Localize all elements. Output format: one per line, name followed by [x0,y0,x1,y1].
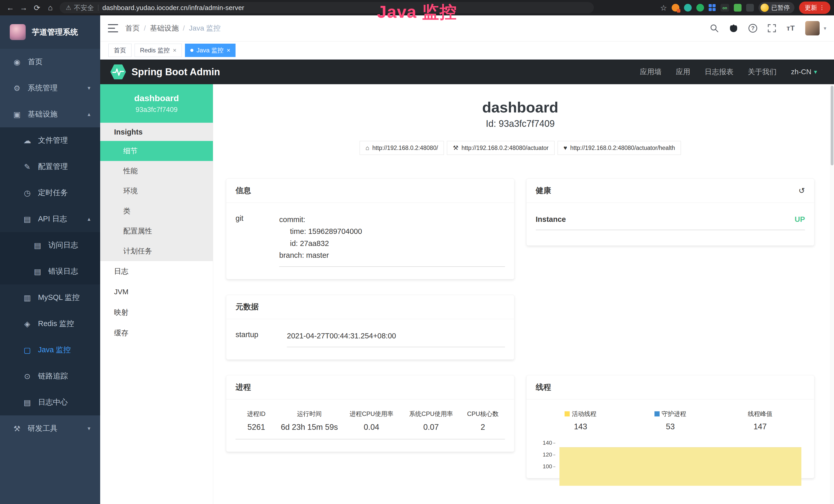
sba-nav-journal[interactable]: 日志报表 [705,67,733,77]
sba-nav-applications[interactable]: 应用 [676,67,690,77]
close-icon[interactable]: × [173,47,176,54]
close-icon[interactable]: × [226,47,230,54]
metric-value: 6d 23h 15m 59s [277,422,342,432]
sidebar-item-infrastructure[interactable]: ▣ 基础设施 ▴ [0,101,100,127]
search-icon[interactable] [710,24,719,32]
sidebar-item-dev-tools[interactable]: ⚒ 研发工具 ▾ [0,415,100,442]
hamburger-icon[interactable] [108,24,118,32]
font-size-icon[interactable]: тT [787,24,795,32]
heart-icon: ♥ [564,144,567,152]
sba-nav-logs[interactable]: 日志 [100,261,213,282]
profile-avatar [761,4,769,12]
sba-nav-about[interactable]: 关于我们 [748,67,777,77]
threads-card: 线程 活动线程 143 [526,375,815,478]
bookmark-star-icon[interactable]: ☆ [660,3,667,12]
info-key: git [236,214,279,267]
avatar-caret-icon[interactable]: ▾ [824,25,826,31]
locale-selector[interactable]: zh-CN ▾ [791,68,817,76]
sba-nav-wallboard[interactable]: 应用墙 [640,67,662,77]
sidebar-item-redis-monitor[interactable]: ◈ Redis 监控 [0,311,100,337]
sidebar-item-config-management[interactable]: ✎ 配置管理 [0,154,100,180]
sidebar-item-label: 错误日志 [48,266,78,276]
metric-value: 0.07 [401,422,461,432]
sba-nav-jvm[interactable]: JVM [100,282,213,302]
forward-button[interactable]: → [17,3,30,12]
github-icon[interactable] [729,24,738,33]
instance-links: ⌂ http://192.168.0.2:48080/ ⚒ http://192… [226,141,814,155]
extension-icon-grid[interactable] [709,4,716,11]
back-button[interactable]: ← [4,3,17,12]
scrollbar-thumb[interactable] [831,86,833,165]
sidebar-item-java-monitor[interactable]: ▢ Java 监控 [0,337,100,363]
health-url-link[interactable]: ♥ http://192.168.0.2:48080/actuator/heal… [557,141,681,155]
breadcrumb-home[interactable]: 首页 [125,23,140,33]
cloud-icon: ☁ [22,136,32,145]
sidebar-item-system[interactable]: ⚙ 系统管理 ▾ [0,75,100,101]
actuator-url-link[interactable]: ⚒ http://192.168.0.2:48080/actuator [447,141,554,155]
sidebar-item-mysql-monitor[interactable]: ▥ MySQL 监控 [0,284,100,311]
legend-value: 143 [536,422,626,431]
admin-sidebar: 芋道管理系统 ◉ 首页 ⚙ 系统管理 ▾ ▣ 基础设施 ▴ ☁ 文件管理 ✎ 配… [0,16,100,504]
metric-label: 进程CPU使用率 [342,410,401,418]
sidebar-item-api-logs[interactable]: ▤ API 日志 ▴ [0,206,100,232]
card-title: 元数据 [236,302,259,312]
chrome-update-button[interactable]: 更新 ⋮ [799,2,830,14]
sba-details-page: dashboard Id: 93a3fc7f7409 ⌂ http://192.… [213,84,834,504]
sba-nav-scheduledtasks[interactable]: 计划任务 [100,241,213,261]
scrollbar[interactable] [830,84,834,504]
breadcrumb-infrastructure[interactable]: 基础设施 [150,23,179,33]
sba-nav-environment[interactable]: 环境 [100,181,213,201]
help-icon[interactable]: ? [748,24,757,32]
sidebar-item-label: 文件管理 [38,135,68,145]
breadcrumb: 首页 / 基础设施 / Java 监控 [125,23,221,33]
sba-instance-sidebar: dashboard 93a3fc7f7409 Insights 细节 性能 环境… [100,84,213,504]
health-key: Instance [536,215,566,224]
selected-instance[interactable]: dashboard 93a3fc7f7409 [100,84,213,123]
sidebar-item-scheduled-jobs[interactable]: ◷ 定时任务 [0,180,100,206]
extension-icon-on[interactable]: on [721,4,729,12]
sidebar-item-tracing[interactable]: ⊙ 链路追踪 [0,363,100,389]
extension-icon-pin[interactable] [684,4,692,12]
tab-redis-monitor[interactable]: Redis 监控 × [135,44,182,57]
sba-nav-caches[interactable]: 缓存 [100,323,213,343]
legend-label: 线程峰值 [748,410,772,418]
chevron-down-icon: ▾ [88,85,90,91]
update-label: 更新 [805,4,817,12]
extension-icon-green[interactable] [696,4,704,12]
process-metrics-row: 进程ID5261 运行时间6d 23h 15m 59s 进程CPU使用率0.04… [236,403,505,439]
fullscreen-icon[interactable] [767,24,776,32]
log-icon: ▤ [22,398,32,407]
legend-label: 守护进程 [662,410,686,418]
app-logo-row[interactable]: 芋道管理系统 [0,16,100,49]
legend-value: 147 [715,422,805,431]
extension-icon-leaf[interactable] [734,4,742,12]
address-bar[interactable]: ⚠ 不安全 dashboard.yudao.iocoder.cn/infra/a… [60,2,594,13]
sba-nav-mappings[interactable]: 映射 [100,302,213,323]
sba-nav-metrics[interactable]: 性能 [100,161,213,181]
sidebar-item-file-management[interactable]: ☁ 文件管理 [0,127,100,154]
sidebar-item-log-center[interactable]: ▤ 日志中心 [0,389,100,415]
sba-nav-details[interactable]: 细节 [100,141,213,161]
sidebar-item-error-logs[interactable]: ▤ 错误日志 [0,258,100,284]
extension-icon-fox[interactable] [672,4,679,12]
sidebar-item-label: MySQL 监控 [38,293,80,303]
tab-java-monitor[interactable]: Java 监控 × [185,44,236,57]
clock-icon: ◷ [22,188,32,198]
sidebar-item-access-logs[interactable]: ▤ 访问日志 [0,232,100,258]
sidebar-item-label: Redis 监控 [38,319,74,329]
sba-brand-title[interactable]: Spring Boot Admin [132,67,220,77]
extension-icon-puzzle[interactable] [746,4,754,12]
reload-button[interactable]: ⟳ [30,3,44,12]
sidebar-item-home[interactable]: ◉ 首页 [0,49,100,75]
sidebar-item-label: 研发工具 [28,423,58,434]
security-warning-icon: ⚠ [66,4,71,11]
sba-nav-classes[interactable]: 类 [100,201,213,221]
tab-home[interactable]: 首页 [108,44,132,57]
home-button[interactable]: ⌂ [44,3,57,12]
sba-nav-configprops[interactable]: 配置属性 [100,221,213,241]
history-icon[interactable]: ↺ [798,186,805,195]
user-avatar[interactable] [805,21,820,36]
tab-label: 首页 [114,46,126,54]
profile-chip[interactable]: 已暂停 [759,2,794,13]
service-url-link[interactable]: ⌂ http://192.168.0.2:48080/ [359,141,444,155]
